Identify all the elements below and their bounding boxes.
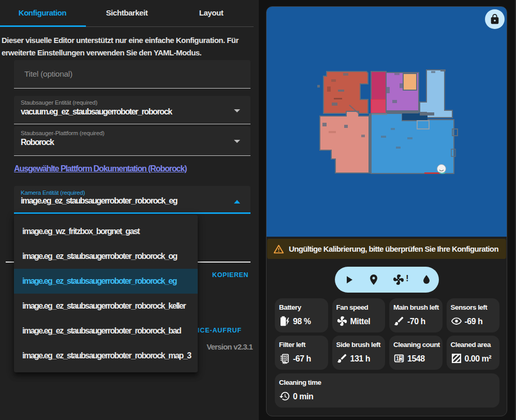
svg-text:1: 1 (396, 356, 399, 361)
svg-text:2: 2 (400, 358, 402, 363)
